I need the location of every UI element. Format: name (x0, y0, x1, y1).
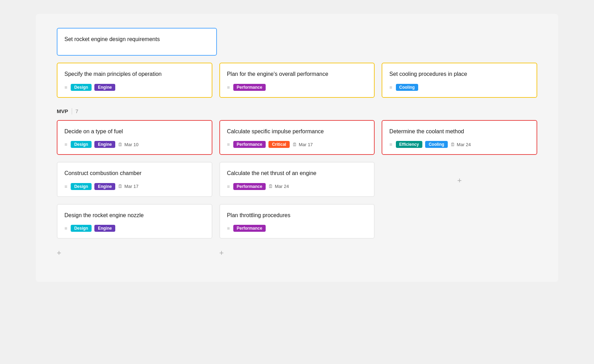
card-footer: ≡ Design Engine 🗓 Mar 17 (64, 183, 205, 190)
card-nozzle[interactable]: Design the rocket engine nozzle ≡ Design… (57, 204, 212, 239)
date-text: Mar 17 (299, 142, 313, 147)
calendar-icon: 🗓 (292, 142, 297, 147)
date-text: Mar 24 (457, 142, 471, 147)
card-principles[interactable]: Specify the main principles of operation… (57, 63, 212, 97)
divider (72, 108, 72, 114)
group1-cards-row: Specify the main principles of operation… (57, 63, 537, 97)
top-single-section: Set rocket engine design requirements (57, 28, 537, 56)
date-label: 🗓 Mar 10 (118, 142, 138, 147)
section-header: MVP 7 (57, 108, 537, 114)
date-text: Mar 17 (124, 184, 138, 189)
card-title: Calculate specific impulse performance (227, 128, 367, 135)
hamburger-icon: ≡ (64, 225, 67, 231)
hamburger-icon: ≡ (389, 85, 392, 90)
card-title: Construct combustion chamber (64, 169, 205, 177)
mvp-section: MVP 7 Decide on a type of fuel ≡ Design … (57, 108, 537, 258)
card-footer: ≡ Performance (227, 225, 367, 232)
calendar-icon: 🗓 (118, 142, 123, 147)
card-title: Decide on a type of fuel (64, 128, 205, 135)
group1-section: Specify the main principles of operation… (57, 63, 537, 97)
tag-engine[interactable]: Engine (94, 141, 115, 148)
date-label: 🗓 Mar 24 (451, 142, 471, 147)
tag-cooling[interactable]: Cooling (425, 141, 448, 148)
card-fuel[interactable]: Decide on a type of fuel ≡ Design Engine… (57, 120, 212, 155)
card-title: Determine the coolant method (389, 128, 530, 135)
section-count: 7 (76, 108, 78, 114)
main-container: Set rocket engine design requirements Sp… (36, 14, 558, 282)
tag-critical[interactable]: Critical (268, 141, 290, 148)
section-label: MVP (57, 108, 68, 114)
card-combustion[interactable]: Construct combustion chamber ≡ Design En… (57, 162, 212, 197)
add-button-col2[interactable]: + (219, 248, 224, 258)
add-button-col1[interactable]: + (57, 248, 61, 258)
date-label: 🗓 Mar 17 (118, 184, 138, 189)
calendar-icon: 🗓 (451, 142, 455, 147)
mvp-row2: Construct combustion chamber ≡ Design En… (57, 162, 537, 197)
add-button-row2[interactable]: + (457, 176, 462, 185)
tag-performance[interactable]: Performance (233, 141, 266, 148)
hamburger-icon: ≡ (389, 142, 392, 147)
card-title: Set rocket engine design requirements (64, 35, 209, 43)
card-title: Specify the main principles of operation (64, 70, 205, 78)
calendar-icon: 🗓 (118, 184, 123, 189)
card-title: Plan for the engine's overall performanc… (227, 70, 367, 78)
card-title: Calculate the net thrust of an engine (227, 169, 367, 177)
card-footer: ≡ Design Engine 🗓 Mar 10 (64, 141, 205, 148)
mvp-row1: Decide on a type of fuel ≡ Design Engine… (57, 120, 537, 155)
add-buttons-row: + + (57, 246, 537, 258)
add-col2: + (219, 246, 375, 258)
tag-design[interactable]: Design (71, 84, 92, 91)
card-performance-plan[interactable]: Plan for the engine's overall performanc… (219, 63, 375, 97)
hamburger-icon: ≡ (64, 142, 67, 147)
calendar-icon: 🗓 (268, 184, 273, 189)
tag-performance[interactable]: Performance (233, 225, 266, 232)
card-footer: ≡ Performance 🗓 Mar 24 (227, 183, 367, 190)
hamburger-icon: ≡ (227, 225, 230, 231)
date-text: Mar 24 (275, 184, 289, 189)
hamburger-icon: ≡ (227, 85, 230, 90)
card-net-thrust[interactable]: Calculate the net thrust of an engine ≡ … (219, 162, 375, 197)
tag-design[interactable]: Design (71, 141, 92, 148)
date-text: Mar 10 (124, 142, 138, 147)
hamburger-icon: ≡ (227, 184, 230, 189)
add-col3 (382, 246, 537, 258)
add-col1: + (57, 246, 212, 258)
hamburger-icon: ≡ (64, 85, 67, 90)
card-title: Design the rocket engine nozzle (64, 212, 205, 219)
tag-efficiency[interactable]: Efficiency (396, 141, 423, 148)
card-footer: ≡ Design Engine (64, 225, 205, 232)
card-title: Plan throttling procedures (227, 212, 367, 219)
card-throttling[interactable]: Plan throttling procedures ≡ Performance (219, 204, 375, 239)
card-coolant[interactable]: Determine the coolant method ≡ Efficienc… (382, 120, 537, 155)
hamburger-icon: ≡ (64, 184, 67, 189)
card-footer: ≡ Cooling (389, 84, 530, 91)
date-label: 🗓 Mar 24 (268, 184, 289, 189)
tag-performance[interactable]: Performance (233, 84, 266, 91)
tag-design[interactable]: Design (71, 225, 92, 232)
card-title: Set cooling procedures in place (389, 70, 530, 78)
tag-engine[interactable]: Engine (94, 183, 115, 190)
card-footer: ≡ Performance (227, 84, 367, 91)
card-footer: ≡ Efficiency Cooling 🗓 Mar 24 (389, 141, 530, 148)
add-cell-row2: + (382, 162, 537, 197)
card-footer: ≡ Performance Critical 🗓 Mar 17 (227, 141, 367, 148)
hamburger-icon: ≡ (227, 142, 230, 147)
mvp-row3: Design the rocket engine nozzle ≡ Design… (57, 204, 537, 239)
date-label: 🗓 Mar 17 (292, 142, 313, 147)
tag-design[interactable]: Design (71, 183, 92, 190)
card-impulse[interactable]: Calculate specific impulse performance ≡… (219, 120, 375, 155)
tag-engine[interactable]: Engine (94, 225, 115, 232)
card-footer: ≡ Design Engine (64, 84, 205, 91)
tag-engine[interactable]: Engine (94, 84, 115, 91)
tag-performance[interactable]: Performance (233, 183, 266, 190)
empty-cell-row3 (382, 204, 537, 239)
tag-cooling[interactable]: Cooling (396, 84, 419, 91)
card-set-requirements[interactable]: Set rocket engine design requirements (57, 28, 217, 56)
card-cooling-set[interactable]: Set cooling procedures in place ≡ Coolin… (382, 63, 537, 97)
